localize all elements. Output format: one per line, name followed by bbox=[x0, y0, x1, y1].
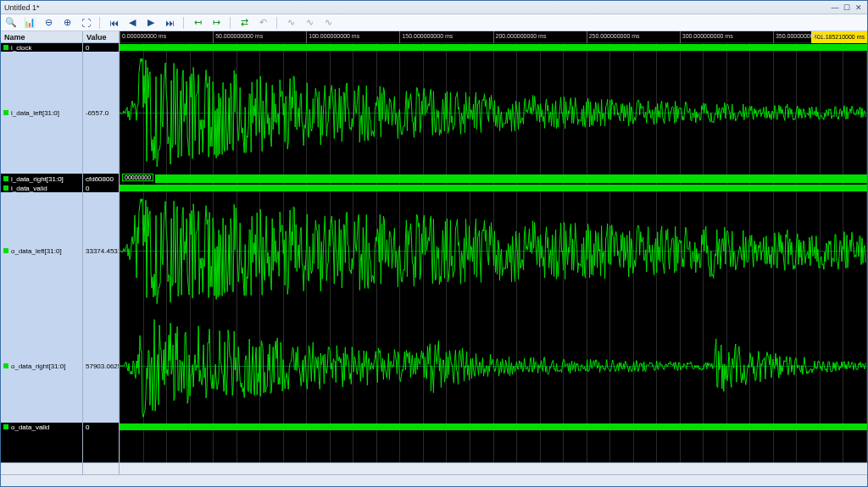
waveform-lane[interactable]: 00000000 bbox=[120, 174, 867, 184]
waveform-panel: 401.185210000 ms 0.000000000 ms50.000000… bbox=[120, 31, 867, 474]
wave-mode-c-icon[interactable]: ∿ bbox=[321, 16, 335, 30]
signal-name-row[interactable]: o_data_valid bbox=[1, 423, 82, 431]
signal-color-swatch bbox=[3, 185, 8, 191]
time-tick: 150.000000000 ms bbox=[399, 31, 453, 43]
signal-name-label: i_clock bbox=[11, 44, 31, 52]
signal-value-label: 0 bbox=[86, 185, 89, 192]
signal-value-label: 0 bbox=[86, 44, 89, 52]
bus-bar bbox=[155, 174, 867, 183]
value-rows: 0-6557.0cfd60800033374.45312557903.06250 bbox=[83, 43, 119, 462]
wave-mode-b-icon[interactable]: ∿ bbox=[303, 16, 316, 30]
time-ruler[interactable]: 401.185210000 ms 0.000000000 ms50.000000… bbox=[120, 31, 867, 43]
wave-mode-a-icon[interactable]: ∿ bbox=[284, 16, 298, 30]
time-tick: 100.000000000 ms bbox=[306, 31, 359, 43]
name-panel-footer bbox=[1, 462, 82, 474]
value-column-header[interactable]: Value bbox=[83, 31, 119, 43]
statusbar bbox=[1, 474, 867, 486]
undo-icon[interactable]: ↶ bbox=[256, 16, 270, 30]
signal-value-label: 0 bbox=[86, 423, 89, 431]
signal-color-swatch bbox=[3, 248, 8, 253]
signal-name-row[interactable]: i_clock bbox=[1, 43, 82, 52]
waveform-lane[interactable] bbox=[120, 52, 867, 174]
signal-color-swatch bbox=[3, 45, 8, 50]
signal-value-row[interactable]: 57903.0625 bbox=[83, 309, 119, 423]
time-tick: 50.000000000 ms bbox=[213, 31, 263, 43]
zoom-in-icon[interactable]: ⊕ bbox=[60, 16, 74, 30]
save-icon[interactable]: 📊 bbox=[23, 16, 36, 30]
time-tick: 300.000000000 ms bbox=[680, 31, 733, 43]
zoom-fit-icon[interactable]: ⛶ bbox=[79, 16, 92, 30]
go-last-icon[interactable]: ⏭ bbox=[163, 16, 176, 30]
analog-waveform bbox=[120, 52, 866, 174]
signal-name-row[interactable]: i_data_left[31:0] bbox=[1, 52, 82, 174]
clock-bar bbox=[120, 44, 867, 51]
signal-value-row[interactable]: 0 bbox=[83, 184, 119, 192]
waveform-lane[interactable] bbox=[120, 184, 867, 192]
zoom-out-icon[interactable]: ⊖ bbox=[42, 16, 55, 30]
value-panel-footer bbox=[83, 462, 119, 474]
waveform-lane[interactable] bbox=[120, 43, 867, 52]
signal-value-row[interactable]: -6557.0 bbox=[83, 52, 119, 174]
waveform-hscroll[interactable] bbox=[120, 462, 867, 474]
signal-color-swatch bbox=[3, 176, 8, 181]
signal-value-row[interactable]: cfd60800 bbox=[83, 174, 119, 184]
go-prev-icon[interactable]: ◀ bbox=[125, 16, 139, 30]
marker-add-left-icon[interactable]: ↤ bbox=[191, 16, 204, 30]
search-icon[interactable]: 🔍 bbox=[4, 16, 18, 30]
close-icon[interactable]: ✕ bbox=[854, 3, 864, 13]
signal-name-label: i_data_left[31:0] bbox=[11, 109, 59, 117]
time-tick: 250.000000000 ms bbox=[587, 31, 640, 43]
signal-value-label: cfd60800 bbox=[86, 175, 114, 183]
signal-name-label: o_data_valid bbox=[11, 423, 49, 431]
analog-waveform bbox=[120, 192, 866, 309]
waveform-lane[interactable] bbox=[120, 309, 867, 423]
toolbar-separator bbox=[183, 17, 184, 29]
time-tick: 0.000000000 ms bbox=[120, 31, 166, 43]
signal-value-row[interactable]: 0 bbox=[83, 43, 119, 52]
signal-color-swatch bbox=[3, 424, 8, 429]
bus-value-label: 00000000 bbox=[122, 174, 153, 181]
signal-value-label: 33374.453125 bbox=[86, 247, 119, 255]
signal-value-label: 57903.0625 bbox=[86, 362, 119, 370]
toolbar: 🔍 📊 ⊖ ⊕ ⛶ ⏮ ◀ ▶ ⏭ ↤ ↦ ⇄ ↶ ∿ ∿ ∿ bbox=[1, 14, 867, 31]
titlebar[interactable]: Untitled 1* — ☐ ✕ bbox=[1, 1, 867, 14]
name-panel: Name i_clocki_data_left[31:0]i_data_righ… bbox=[1, 31, 83, 474]
name-rows: i_clocki_data_left[31:0]i_data_right[31:… bbox=[1, 43, 82, 462]
toolbar-separator bbox=[99, 17, 100, 29]
app-window: Untitled 1* — ☐ ✕ 🔍 📊 ⊖ ⊕ ⛶ ⏮ ◀ ▶ ⏭ ↤ ↦ … bbox=[0, 0, 868, 487]
signal-color-swatch bbox=[3, 110, 8, 115]
analog-waveform bbox=[120, 309, 866, 423]
time-tick: 200.000000000 ms bbox=[493, 31, 547, 43]
time-tick: 350.000000000 ms bbox=[773, 31, 826, 43]
name-column-header[interactable]: Name bbox=[1, 31, 82, 43]
waveform-lane[interactable] bbox=[120, 423, 867, 431]
toolbar-separator bbox=[230, 17, 231, 29]
value-panel: Value 0-6557.0cfd60800033374.45312557903… bbox=[83, 31, 120, 474]
go-next-icon[interactable]: ▶ bbox=[144, 16, 158, 30]
signal-value-row[interactable]: 0 bbox=[83, 423, 119, 431]
signal-name-label: i_data_valid bbox=[11, 185, 47, 192]
waveform-area[interactable]: 00000000 bbox=[120, 43, 867, 462]
signal-name-row[interactable]: o_data_left[31:0] bbox=[1, 192, 82, 309]
window-title: Untitled 1* bbox=[4, 3, 40, 12]
signal-name-row[interactable]: o_data_right[31:0] bbox=[1, 309, 82, 423]
signal-name-row[interactable]: i_data_valid bbox=[1, 184, 82, 192]
go-first-icon[interactable]: ⏮ bbox=[107, 16, 120, 30]
marker-add-right-icon[interactable]: ↦ bbox=[209, 16, 223, 30]
signal-name-label: o_data_right[31:0] bbox=[11, 362, 66, 370]
signal-color-swatch bbox=[3, 363, 8, 368]
main-body: Name i_clocki_data_left[31:0]i_data_righ… bbox=[1, 31, 867, 474]
swap-icon[interactable]: ⇄ bbox=[237, 16, 251, 30]
minimize-icon[interactable]: — bbox=[830, 3, 840, 13]
signal-name-row[interactable]: i_data_right[31:0] bbox=[1, 174, 82, 184]
clock-bar bbox=[120, 185, 867, 191]
signal-name-label: i_data_right[31:0] bbox=[11, 175, 64, 183]
signal-name-label: o_data_left[31:0] bbox=[11, 247, 62, 255]
signal-value-row[interactable]: 33374.453125 bbox=[83, 192, 119, 309]
clock-bar bbox=[120, 423, 867, 430]
waveform-lane[interactable] bbox=[120, 192, 867, 309]
signal-value-label: -6557.0 bbox=[86, 109, 108, 117]
maximize-icon[interactable]: ☐ bbox=[842, 3, 852, 13]
toolbar-separator bbox=[276, 17, 277, 29]
